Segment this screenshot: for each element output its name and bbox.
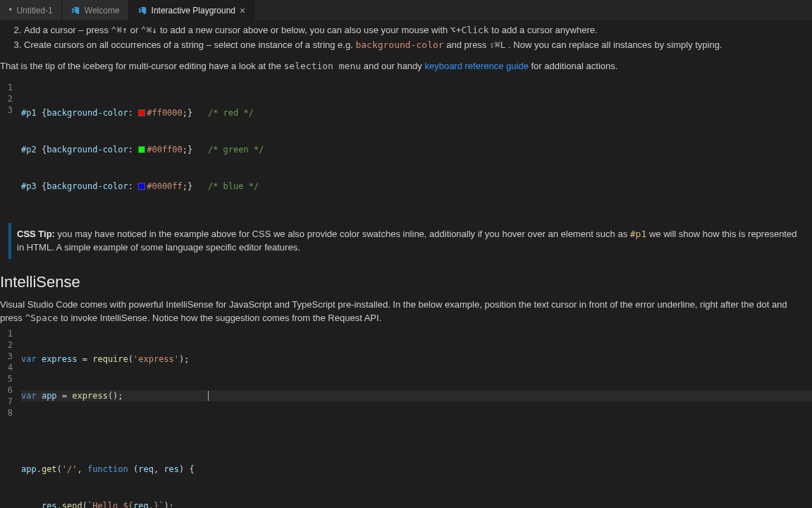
vscode-icon — [137, 6, 147, 16]
code-inline: background-color — [355, 40, 443, 50]
kbd: ^Space — [25, 313, 58, 323]
intellisense-paragraph: Visual Studio Code comes with powerful I… — [0, 296, 812, 327]
tab-label: Interactive Playground — [152, 4, 235, 17]
css-code-block[interactable]: 1 2 3 #p1 {background-color: #ff0000;} /… — [0, 80, 812, 219]
text-cursor-icon — [208, 391, 209, 401]
tab-untitled[interactable]: ● Untitled-1 — [0, 0, 62, 20]
css-tip-callout: CSS Tip: you may have noticed in the exa… — [8, 223, 812, 259]
kbd: ⌃⌘↓ — [141, 25, 157, 35]
error-underline: .}` — [149, 501, 164, 509]
tab-label: Welcome — [85, 4, 120, 17]
tab-welcome[interactable]: Welcome — [62, 0, 129, 20]
multi-cursor-list: Add a cursor – press ⌃⌘↑ or ⌃⌘↓ to add a… — [0, 23, 812, 52]
color-swatch-icon — [138, 183, 145, 190]
line-gutter: 1 2 3 4 5 6 7 8 — [0, 328, 21, 509]
vscode-icon — [70, 6, 80, 16]
kbd: ⇧⌘L — [489, 40, 505, 50]
list-item: Create cursors on all occurrences of a s… — [24, 38, 812, 52]
tab-playground[interactable]: Interactive Playground × — [129, 0, 255, 20]
list-item: Add a cursor – press ⌃⌘↑ or ⌃⌘↓ to add a… — [24, 23, 812, 37]
tip-label: CSS Tip: — [17, 229, 55, 239]
tab-bar: ● Untitled-1 Welcome Interactive Playgro… — [0, 0, 812, 21]
close-icon[interactable]: × — [240, 6, 245, 16]
kbd: ⌥+Click — [450, 25, 489, 35]
tab-label: Untitled-1 — [16, 4, 52, 17]
kbd: ⌃⌘↑ — [111, 25, 128, 35]
code-lines[interactable]: var express = require('express'); var ap… — [21, 328, 812, 509]
multi-cursor-footer: That is the tip of the iceberg for multi… — [0, 52, 812, 79]
editor-content[interactable]: Add a cursor – press ⌃⌘↑ or ⌃⌘↓ to add a… — [0, 21, 812, 508]
color-swatch-icon — [138, 146, 145, 153]
keyboard-reference-link[interactable]: keyboard reference guide — [424, 61, 528, 71]
dirty-dot-icon: ● — [8, 5, 12, 15]
code-inline: #p1 — [630, 229, 646, 239]
line-gutter: 1 2 3 — [0, 82, 21, 217]
color-swatch-icon — [138, 109, 145, 116]
code-lines[interactable]: #p1 {background-color: #ff0000;} /* red … — [21, 82, 812, 217]
intellisense-heading: IntelliSense — [0, 263, 812, 296]
js-code-block[interactable]: 1 2 3 4 5 6 7 8 var express = require('e… — [0, 327, 812, 509]
